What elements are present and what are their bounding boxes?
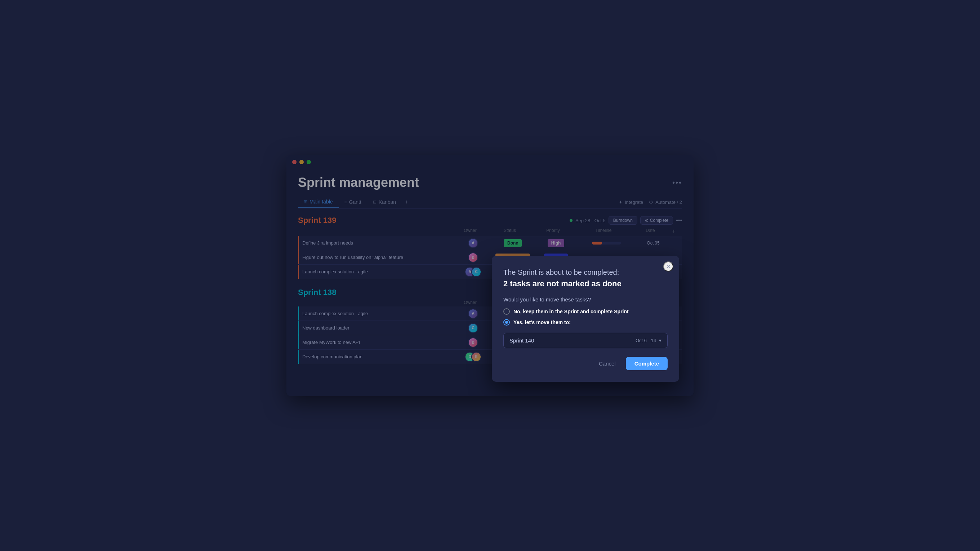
radio-label-move: Yes, let's move them to: xyxy=(514,319,571,325)
status-badge[interactable]: Done xyxy=(504,239,522,247)
burndown-button[interactable]: Burndown xyxy=(609,216,637,225)
sprint-139-header: Sprint 139 Sep 28 - Oct 5 Burndown ⊙ Com… xyxy=(298,216,682,225)
complete-sprint-modal: ✕ The Sprint is about to be completed: 2… xyxy=(492,256,679,382)
complete-icon: ⊙ xyxy=(645,218,649,223)
sprint-destination-dropdown[interactable]: Sprint 140 Oct 6 - 14 ▾ xyxy=(503,333,668,348)
task-name: New dashboard loader xyxy=(298,325,455,330)
complete-sprint-139-label: Complete xyxy=(650,218,668,223)
priority-badge[interactable]: High xyxy=(548,239,565,247)
gantt-icon: ≡ xyxy=(344,200,347,205)
more-options-button[interactable]: ••• xyxy=(672,179,682,187)
complete-button[interactable]: Complete xyxy=(626,357,668,370)
page-header: Sprint management ••• xyxy=(298,175,682,190)
avatar: E xyxy=(471,352,481,362)
integrate-label: Integrate xyxy=(625,200,643,205)
owner-cell: D E xyxy=(455,352,491,362)
desktop: Sprint management ••• ⊞ Main table ≡ Gan… xyxy=(245,138,735,413)
col-priority: Priority xyxy=(531,228,575,235)
owner-cell: A C xyxy=(455,267,491,277)
avatar: B xyxy=(468,252,478,262)
col-timeline: Timeline xyxy=(575,228,632,235)
col-date: Date xyxy=(632,228,668,235)
modal-close-button[interactable]: ✕ xyxy=(663,262,673,272)
status-cell[interactable]: Done xyxy=(491,239,534,247)
sprint-dropdown-name: Sprint 140 xyxy=(509,337,534,343)
avatar-image: B xyxy=(469,338,477,347)
task-name: Launch complex solution - agile xyxy=(298,311,455,316)
tab-gantt[interactable]: ≡ Gantt xyxy=(339,196,367,208)
avatar: A xyxy=(468,309,478,319)
radio-circle-keep xyxy=(503,308,510,315)
tab-main-table[interactable]: ⊞ Main table xyxy=(298,196,339,208)
table-row: Define Jira import needs A Done High xyxy=(298,236,682,250)
double-avatar: A C xyxy=(465,267,481,277)
automate-icon: ⚙ xyxy=(649,200,653,205)
sprint-dropdown-date-text: Oct 6 - 14 xyxy=(636,338,656,343)
col-task xyxy=(301,228,452,235)
task-name: Migrate MyWork to new API xyxy=(298,340,455,345)
avatar-image: B xyxy=(469,253,477,262)
tab-bar: ⊞ Main table ≡ Gantt ⊟ Kanban + ✦ Integr… xyxy=(298,196,682,208)
timeline-bar xyxy=(592,241,621,245)
automate-label: Automate / 2 xyxy=(655,200,682,205)
table-icon: ⊞ xyxy=(304,199,307,204)
task-name: Define Jira import needs xyxy=(298,240,455,246)
radio-group: No, keep them in the Sprint and complete… xyxy=(503,308,668,326)
modal-title-line1: The Sprint is about to be completed: xyxy=(503,267,668,277)
tab-actions: ✦ Integrate ⚙ Automate / 2 xyxy=(619,200,682,205)
date-cell: Oct 05 xyxy=(635,241,671,246)
complete-sprint-139-button[interactable]: ⊙ Complete xyxy=(640,216,673,225)
integrate-icon: ✦ xyxy=(619,200,623,205)
avatar: C xyxy=(471,267,481,277)
col-owner: Owner xyxy=(452,300,488,305)
tab-kanban-label: Kanban xyxy=(379,199,396,205)
task-name: Develop communication plan xyxy=(298,354,455,359)
page-title: Sprint management xyxy=(298,175,419,190)
sprint-139-more-button[interactable]: ••• xyxy=(676,217,682,224)
avatar-image: C xyxy=(472,268,480,276)
avatar-image: A xyxy=(469,310,477,318)
avatar-image: E xyxy=(472,353,480,361)
avatar: B xyxy=(468,337,478,348)
modal-footer: Cancel Complete xyxy=(503,357,668,370)
add-column-button[interactable]: + xyxy=(668,228,679,235)
tab-kanban[interactable]: ⊟ Kanban xyxy=(367,196,402,208)
avatar: C xyxy=(468,323,478,333)
sprint-138-title: Sprint 138 xyxy=(298,288,336,297)
sprint-139-title: Sprint 139 xyxy=(298,216,336,225)
cancel-button[interactable]: Cancel xyxy=(593,357,622,370)
sprint-139-date: Sep 28 - Oct 5 xyxy=(575,218,606,223)
avatar: A xyxy=(468,238,478,248)
radio-circle-move xyxy=(503,319,510,326)
automate-button[interactable]: ⚙ Automate / 2 xyxy=(649,200,682,205)
owner-cell: B xyxy=(455,337,491,348)
task-name: Launch complex solution - agile xyxy=(298,269,455,275)
col-status: Status xyxy=(488,228,531,235)
sprint-dropdown-date: Oct 6 - 14 ▾ xyxy=(636,338,662,343)
kanban-icon: ⊟ xyxy=(373,200,377,205)
owner-cell: A xyxy=(455,309,491,319)
avatar-image: C xyxy=(469,324,477,332)
avatar-image: A xyxy=(469,239,477,248)
radio-option-move[interactable]: Yes, let's move them to: xyxy=(503,319,668,326)
owner-cell: C xyxy=(455,323,491,333)
double-avatar: D E xyxy=(465,352,481,362)
minimize-traffic-light[interactable] xyxy=(299,160,304,164)
priority-cell[interactable]: High xyxy=(534,239,578,247)
col-owner: Owner xyxy=(452,228,488,235)
sprint-status-dot xyxy=(570,219,573,222)
sprint-139-meta: Sep 28 - Oct 5 Burndown ⊙ Complete ••• xyxy=(570,216,682,225)
titlebar xyxy=(286,155,694,169)
close-traffic-light[interactable] xyxy=(292,160,296,164)
maximize-traffic-light[interactable] xyxy=(307,160,311,164)
app-window: Sprint management ••• ⊞ Main table ≡ Gan… xyxy=(286,155,694,396)
timeline-cell xyxy=(578,241,635,245)
tab-gantt-label: Gantt xyxy=(349,199,361,205)
col-task xyxy=(301,300,452,305)
add-tab-button[interactable]: + xyxy=(402,196,411,208)
sprint-139-table-header: Owner Status Priority Timeline Date + xyxy=(298,228,682,235)
radio-option-keep[interactable]: No, keep them in the Sprint and complete… xyxy=(503,308,668,315)
owner-cell: A xyxy=(455,238,491,248)
modal-title-line2: 2 tasks are not marked as done xyxy=(503,279,668,289)
integrate-button[interactable]: ✦ Integrate xyxy=(619,200,643,205)
